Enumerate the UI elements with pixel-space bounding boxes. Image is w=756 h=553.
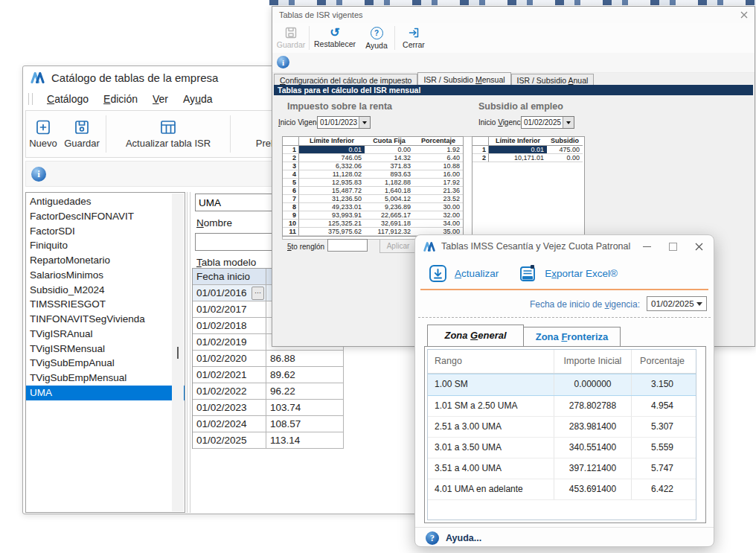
fecha-row[interactable]: 01/02/2020 86.88 xyxy=(193,351,345,367)
isr-ayuda-button[interactable]: ? Ayuda xyxy=(359,23,394,53)
imss-row[interactable]: 4.01 UMA en adelante 453.691400 6.422 xyxy=(428,479,696,500)
menu-ayuda[interactable]: Ayuda xyxy=(176,92,220,106)
selected-cell[interactable]: 0.01 xyxy=(489,146,547,154)
aplicar-button[interactable]: Aplicar xyxy=(379,239,417,253)
isr-row[interactable]: 2 746.05 14.32 6.40 xyxy=(283,154,463,162)
list-item[interactable]: Finiquito xyxy=(26,238,185,253)
chevron-down-icon xyxy=(696,302,702,306)
list-item[interactable]: FactorDescINFONAVIT xyxy=(26,209,185,224)
ayuda-link[interactable]: Ayuda... xyxy=(426,531,481,545)
impuesto-section-title: Impuesto sobre la renta xyxy=(287,101,392,112)
list-item[interactable]: FactorSDI xyxy=(26,224,185,239)
isr-row[interactable]: 4 11,128.02 893.63 16.00 xyxy=(283,170,463,179)
tab-isr-subsidio-mensual[interactable]: ISR / Subsidio Mensual xyxy=(417,72,510,85)
tab-isr-subsidio-anual[interactable]: ISR / Subsidio Anual xyxy=(511,74,595,85)
isr-titlebar[interactable]: Tablas de ISR vigentes xyxy=(272,7,755,24)
quinto-renglon-input[interactable] xyxy=(327,239,368,252)
isr-row[interactable]: 3 6,332.06 371.83 10.88 xyxy=(283,162,463,170)
subsidio-row[interactable]: 2 10,171.01 0.00 xyxy=(472,154,584,162)
subsidio-header: Subsidio xyxy=(547,137,583,146)
isr-ayuda-label: Ayuda xyxy=(365,41,388,50)
isr-restablecer-button[interactable]: ↺ Restablecer xyxy=(310,23,359,53)
imss-table-frame: Rango Importe Inicial Porcentaje 1.00 SM… xyxy=(424,346,706,523)
list-item[interactable]: TVigSubEmpMensual xyxy=(26,371,185,386)
imss-window-title: Tablas IMSS Cesantía y Vejez Cuota Patro… xyxy=(441,241,630,252)
list-item[interactable]: RepartoMonetario xyxy=(26,253,185,268)
fecha-vigencia-combo[interactable]: 01/02/2025 xyxy=(647,296,707,311)
fecha-row[interactable]: 01/02/2022 96.22 xyxy=(193,383,345,400)
fecha-row[interactable]: 01/02/2021 89.62 xyxy=(193,367,345,383)
subsidio-section-title: Subsidio al empleo xyxy=(478,101,563,112)
tab-configuracion-calculo[interactable]: Configuración del cálculo de impuesto xyxy=(274,74,417,85)
isr-row[interactable]: 1 0.01 0.00 1.92 xyxy=(283,146,463,154)
fecha-row[interactable]: 01/02/2023 103.74 xyxy=(193,400,345,416)
isr-row[interactable]: 10 125,325.21 32,691.18 34.00 xyxy=(283,220,463,228)
isr-row[interactable]: 8 49,233.01 9,236.89 30.00 xyxy=(283,203,463,211)
list-item[interactable]: TVigSubEmpAnual xyxy=(26,356,185,371)
rango-header: Rango xyxy=(428,350,554,373)
imss-row[interactable]: 3.51 a 4.00 UMA 397.121400 5.747 xyxy=(428,458,696,479)
close-icon[interactable] xyxy=(740,11,748,19)
subsidio-table-header: Límite Inferior Subsidio xyxy=(472,137,584,146)
list-item[interactable]: TVigISRAnual xyxy=(26,327,185,342)
isr-row[interactable]: 9 93,993.91 22,665.17 32.00 xyxy=(283,211,463,220)
inicio-vigencia-value: 01/01/2023 xyxy=(318,117,359,128)
isr-row[interactable]: 7 31,236.50 5,004.12 23.52 xyxy=(283,195,463,203)
imss-row[interactable]: 2.51 a 3.00 UMA 283.981400 5.307 xyxy=(428,417,696,438)
isr-toolbar: Guardar ↺ Restablecer ? Ayuda Cerrar xyxy=(272,23,755,54)
list-item[interactable]: Antiguedades xyxy=(26,194,185,209)
maximize-icon[interactable] xyxy=(669,243,677,251)
panel-splitter[interactable] xyxy=(187,192,190,513)
isr-row[interactable]: 6 15,487.72 1,640.18 21.36 xyxy=(283,187,463,195)
imss-row[interactable]: 1.01 SM a 2.50 UMA 278.802788 4.954 xyxy=(428,396,696,417)
list-item[interactable]: TIMSSRIESGOT xyxy=(26,297,185,312)
isr-section-header: Tablas para el cálculo del ISR mensual xyxy=(274,85,753,95)
menu-catalogo[interactable]: Catálogo xyxy=(39,92,96,106)
subsidio-row[interactable]: 1 0.01 475.00 xyxy=(472,146,584,154)
list-scrollbar-thumb[interactable] xyxy=(177,347,179,359)
isr-cerrar-button[interactable]: Cerrar xyxy=(396,23,432,53)
list-scrollbar[interactable] xyxy=(172,194,184,511)
actualizar-tabla-isr-button[interactable]: Actualizar tabla ISR xyxy=(109,111,228,157)
exportar-excel-button[interactable]: Exportar Excel® xyxy=(518,263,618,284)
inicio-vigencia-combo[interactable]: 01/01/2023 xyxy=(317,116,371,129)
combo-dropdown-button[interactable] xyxy=(359,117,370,128)
actualizar-button[interactable]: Actualizar xyxy=(428,263,499,284)
table-icon xyxy=(159,119,177,135)
guardar-button[interactable]: Guardar xyxy=(60,111,103,157)
app-icon xyxy=(31,72,45,83)
menu-ver[interactable]: Ver xyxy=(145,92,176,106)
list-item[interactable]: Subsidio_M2024 xyxy=(26,283,185,298)
fecha-inicio-header: Fecha inicio xyxy=(193,269,266,285)
fecha-vigencia-label: Fecha de inicio de vigencia: xyxy=(530,299,640,310)
list-item[interactable]: SalariosMinimos xyxy=(26,268,185,283)
imss-row[interactable]: 3.01 a 3.50 UMA 340.551400 5.559 xyxy=(428,438,696,458)
tab-zona-fronteriza[interactable]: Zona Fronteriza xyxy=(524,327,621,346)
imss-row-selected[interactable]: 1.00 SM 0.000000 3.150 xyxy=(428,374,696,396)
selected-cell[interactable]: 0.01 xyxy=(299,146,365,154)
chevron-down-icon xyxy=(362,121,367,124)
tab-zona-general[interactable]: Zona General xyxy=(427,325,524,347)
isr-row[interactable]: 5 12,935.83 1,182.88 17.92 xyxy=(283,179,463,187)
subsidio-vigencia-combo[interactable]: 01/02/2025 xyxy=(521,116,574,129)
isr-guardar-button[interactable]: Guardar xyxy=(274,23,308,53)
list-item[interactable]: TVigISRMensual xyxy=(26,342,185,357)
window-controls xyxy=(643,243,703,251)
imss-titlebar[interactable]: Tablas IMSS Cesantía y Vejez Cuota Patro… xyxy=(415,235,714,258)
fecha-row[interactable]: 01/02/2025 113.14 xyxy=(193,432,345,449)
new-file-icon xyxy=(35,119,51,135)
close-icon[interactable] xyxy=(695,243,703,251)
fecha-vigencia-value: 01/02/2025 xyxy=(647,299,696,308)
tables-list: Antiguedades FactorDescINFONAVIT FactorS… xyxy=(25,192,185,513)
menu-edicion[interactable]: Edición xyxy=(96,92,145,106)
combo-dropdown-button[interactable] xyxy=(563,117,574,128)
toolbar-separator xyxy=(394,26,395,50)
menubar-grip[interactable] xyxy=(28,93,33,105)
nuevo-button[interactable]: Nuevo xyxy=(26,111,60,157)
list-item[interactable]: TINFONAVITSegVivienda xyxy=(26,312,185,327)
ellipsis-button[interactable]: ··· xyxy=(252,287,264,300)
minimize-icon[interactable] xyxy=(643,246,651,247)
list-item-selected[interactable]: UMA xyxy=(26,386,185,400)
fecha-row[interactable]: 01/02/2024 108.57 xyxy=(193,416,345,432)
isr-window-title: Tablas de ISR vigentes xyxy=(279,10,363,19)
